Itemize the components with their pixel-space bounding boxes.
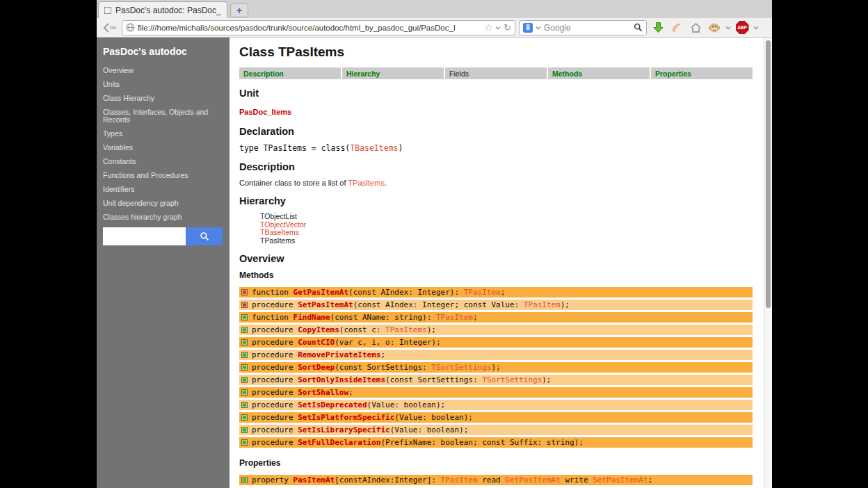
- new-tab-button[interactable]: +: [230, 3, 248, 17]
- identifier-link[interactable]: SetFullDeclaration: [298, 438, 380, 447]
- declaration-code: procedure CountCIO(var c, i, o: Integer)…: [252, 338, 441, 347]
- vertical-scrollbar[interactable]: [764, 38, 772, 488]
- magnifier-icon[interactable]: [634, 23, 643, 32]
- identifier-link[interactable]: SetPasItemAt: [298, 300, 353, 309]
- code-text: procedure: [252, 438, 298, 447]
- section-link-hierarchy[interactable]: Hierarchy: [342, 67, 444, 79]
- identifier-link[interactable]: SetIsDeprecated: [298, 400, 367, 409]
- adblock-button[interactable]: ABP: [734, 20, 750, 35]
- rss-button[interactable]: [669, 20, 684, 35]
- url-bar[interactable]: file:///home/michalis/sources/pasdoc/tru…: [122, 20, 515, 35]
- identifier-link[interactable]: SortDeep: [298, 363, 335, 372]
- public-visibility-icon: [241, 402, 248, 408]
- sidebar: PasDoc's autodoc OverviewUnitsClass Hier…: [97, 38, 230, 488]
- identifier-link[interactable]: SetIsPlatformSpecific: [298, 413, 394, 422]
- sidebar-item-variables[interactable]: Variables: [103, 144, 223, 152]
- type-link[interactable]: TPasItem: [464, 288, 501, 297]
- declaration-row: procedure CountCIO(var c, i, o: Integer)…: [239, 337, 753, 348]
- sidebar-search-input[interactable]: [103, 227, 186, 245]
- back-forward-button[interactable]: [100, 20, 118, 35]
- identifier-link[interactable]: RemovePrivateItems: [298, 350, 380, 359]
- search-bar[interactable]: 8 Google: [519, 20, 647, 35]
- hierarchy-item-tbaseitems[interactable]: TBaseItems: [260, 229, 753, 237]
- declaration-code: procedure SetIsPlatformSpecific(Value: b…: [252, 413, 473, 422]
- search-engine-icon[interactable]: 8: [523, 23, 533, 33]
- identifier-link[interactable]: PasItemAt: [294, 475, 335, 485]
- sidebar-search-button[interactable]: [186, 227, 223, 245]
- identifier-link[interactable]: CopyItems: [298, 325, 339, 334]
- hierarchy-item-tobjectlist: TObjectList: [260, 213, 753, 221]
- chevron-down-icon[interactable]: [753, 25, 759, 31]
- code-text: procedure: [252, 363, 298, 372]
- public-visibility-icon: [241, 477, 248, 483]
- type-link[interactable]: TPasItems: [348, 179, 385, 187]
- sidebar-item-units[interactable]: Units: [103, 81, 223, 88]
- sidebar-item-constants[interactable]: Constants: [103, 158, 223, 165]
- identifier-link[interactable]: GetPasItemAt: [294, 288, 348, 297]
- code-text: );: [542, 375, 551, 384]
- type-link[interactable]: TPasItem: [436, 313, 473, 322]
- type-link[interactable]: TPasItem: [441, 475, 478, 485]
- sidebar-item-classes-hierarchy-graph[interactable]: Classes hierarchy graph: [103, 213, 223, 221]
- identifier-link[interactable]: SortOnlyInsideItems: [298, 375, 385, 384]
- type-link[interactable]: TSortSettings: [431, 363, 491, 372]
- sidebar-item-unit-dependency-graph[interactable]: Unit dependency graph: [103, 200, 223, 207]
- greasemonkey-button[interactable]: [707, 20, 722, 35]
- declaration-row: property PasItemAt[constAIndex:Integer]:…: [239, 475, 753, 485]
- browser-window: PasDoc's autodoc: PasDoc_I... +: [97, 0, 772, 488]
- unit-link[interactable]: PasDoc_Items: [239, 108, 291, 116]
- protected-visibility-icon: [241, 289, 248, 295]
- scrollbar-thumb[interactable]: [766, 40, 771, 308]
- public-visibility-icon: [241, 314, 248, 320]
- sidebar-item-overview[interactable]: Overview: [103, 67, 223, 74]
- sidebar-item-functions-and-procedures[interactable]: Functions and Procedures: [103, 172, 223, 179]
- type-link[interactable]: TPasItems: [385, 325, 427, 334]
- identifier-link[interactable]: FindName: [294, 313, 330, 322]
- code-text: (Value: boolean);: [390, 425, 469, 434]
- url-text[interactable]: file:///home/michalis/sources/pasdoc/tru…: [138, 24, 481, 32]
- code-text: (const SortSettings:: [385, 375, 482, 384]
- declaration-row: procedure SortShallow;: [239, 387, 753, 398]
- download-button[interactable]: [650, 20, 666, 35]
- hierarchy-heading: Hierarchy: [239, 195, 753, 206]
- type-link[interactable]: SetPasItemAt: [593, 475, 648, 485]
- identifier-link[interactable]: CountCIO: [298, 338, 335, 347]
- code-text: ;: [473, 313, 478, 322]
- sidebar-item-identifiers[interactable]: Identifiers: [103, 186, 223, 193]
- browser-tab[interactable]: PasDoc's autodoc: PasDoc_I...: [98, 1, 227, 18]
- code-text: (var c, i, o: Integer);: [335, 338, 440, 347]
- search-input[interactable]: Google: [544, 23, 631, 33]
- sidebar-item-types[interactable]: Types: [103, 130, 223, 138]
- section-link-description[interactable]: Description: [239, 67, 341, 79]
- code-text: ;: [501, 288, 506, 297]
- bookmark-star-icon[interactable]: ☆: [484, 23, 492, 32]
- code-text: (const AName: string):: [330, 313, 436, 322]
- sidebar-item-classes-interfaces-objects-and-records[interactable]: Classes, Interfaces, Objects and Records: [103, 108, 223, 124]
- type-link[interactable]: TSortSettings: [482, 375, 542, 384]
- favicon-placeholder-icon: [104, 7, 111, 14]
- declaration-code: procedure SortOnlyInsideItems(const Sort…: [252, 375, 552, 384]
- chevron-down-icon[interactable]: [495, 25, 501, 31]
- main-content: Class TPasItems DescriptionHierarchyFiel…: [230, 38, 764, 488]
- public-visibility-icon: [241, 327, 248, 333]
- declaration-code: property PasItemAt[constAIndex:Integer]:…: [252, 475, 652, 485]
- hierarchy-item-tobjectvector[interactable]: TObjectVector: [260, 221, 753, 229]
- home-button[interactable]: [688, 20, 703, 35]
- reload-icon[interactable]: ↻: [504, 23, 511, 32]
- section-link-properties[interactable]: Properties: [651, 67, 753, 79]
- chevron-down-icon[interactable]: [536, 25, 541, 31]
- declaration-row: function GetPasItemAt(const AIndex: Inte…: [239, 287, 753, 298]
- type-link[interactable]: GetPasItemAt: [505, 475, 560, 485]
- section-link-methods[interactable]: Methods: [548, 67, 650, 79]
- code-text: procedure: [252, 400, 298, 409]
- tab-bar: PasDoc's autodoc: PasDoc_I... +: [97, 0, 772, 18]
- identifier-link[interactable]: SortShallow: [298, 388, 348, 397]
- sidebar-item-class-hierarchy[interactable]: Class Hierarchy: [103, 95, 223, 102]
- code-text: procedure: [252, 375, 298, 384]
- chevron-down-icon[interactable]: [725, 25, 731, 31]
- code-text: procedure: [252, 300, 298, 309]
- type-link[interactable]: TPasItem: [524, 300, 561, 309]
- type-link[interactable]: TBaseItems: [350, 143, 398, 153]
- identifier-link[interactable]: SetIsLibrarySpecific: [298, 425, 389, 434]
- code-text: );: [427, 325, 436, 334]
